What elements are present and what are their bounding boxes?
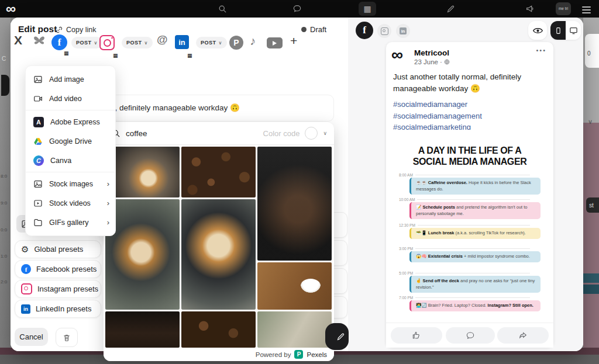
- edit-fab-button[interactable]: [325, 323, 349, 350]
- timeline-time: 5:00 PM: [399, 271, 530, 275]
- preview-tab-instagram[interactable]: [377, 24, 391, 38]
- post-author: Metricool: [414, 48, 449, 57]
- post-date: 23 June ·: [414, 58, 450, 65]
- timeline-card: 🥗📱 Lunch break (a.k.a. scrolling TikTok …: [409, 228, 541, 239]
- menu-item-stock-images[interactable]: Stock images›: [26, 174, 115, 193]
- post-options-button[interactable]: •••: [536, 47, 546, 54]
- background-card-fragment: 0: [585, 34, 599, 68]
- stock-photo-coffee-beans[interactable]: [181, 147, 256, 197]
- linkedin-presets-button[interactable]: in LinkedIn presets: [15, 300, 101, 318]
- network-bluesky[interactable]: [32, 34, 46, 54]
- link-icon: [55, 26, 63, 34]
- network-youtube[interactable]: [267, 37, 283, 57]
- metricool-avatar: ∞: [391, 46, 403, 64]
- delete-post-button[interactable]: [56, 328, 78, 347]
- search-input[interactable]: coffee: [126, 129, 258, 138]
- menu-item-google-drive[interactable]: Google Drive: [26, 131, 115, 151]
- network-pinterest[interactable]: P: [229, 36, 243, 56]
- timeline-card: 👩‍💻🔄 Brain? Fried. Laptop? Closed. Insta…: [409, 300, 541, 311]
- network-linkedin[interactable]: in ▦: [175, 35, 189, 55]
- facebook-post-preview: ∞ Metricool 23 June · ••• Just another t…: [386, 42, 553, 348]
- menu-item-add-image[interactable]: Add image: [26, 70, 115, 89]
- post-text-editor[interactable]: al, definitely manageable workday 🙃: [104, 95, 334, 122]
- preview-tab-facebook[interactable]: f: [356, 22, 373, 39]
- stock-photo-cappuccino-tray[interactable]: [105, 199, 180, 310]
- stock-photo-roasted-beans[interactable]: [181, 311, 256, 348]
- stock-photo-cup-on-table[interactable]: [257, 262, 332, 310]
- timeline-card: 🤞 Send off the deck and pray no one asks…: [409, 276, 541, 293]
- search-icon[interactable]: [216, 3, 228, 15]
- device-toggle: [550, 21, 581, 40]
- stock-photo-latte-art-barista[interactable]: [105, 147, 180, 197]
- metricool-logo-icon: ∞: [6, 1, 16, 17]
- hour-label: 1:0: [1, 254, 7, 259]
- edit-post-modal: Edit post Copy link Draft X f ▦ POST∨ ▦: [11, 18, 583, 351]
- add-network-button[interactable]: +: [290, 34, 297, 54]
- instagram-icon: [21, 283, 32, 294]
- chevron-right-icon: ›: [107, 199, 109, 207]
- stock-images-panel: coffee Color code ∨: [104, 122, 334, 361]
- grid-badge-icon: ▦: [187, 53, 192, 58]
- menu-burger-icon[interactable]: [582, 5, 591, 15]
- post-image-infographic: A DAY IN THE LIFE OF A SOCIAL MEDIA MANA…: [386, 130, 553, 332]
- preview-visibility-button[interactable]: [528, 21, 547, 40]
- copy-link-button[interactable]: Copy link: [55, 26, 96, 34]
- inbox-chat-icon[interactable]: [291, 3, 303, 15]
- network-threads[interactable]: @: [157, 33, 168, 53]
- butterfly-icon: [32, 34, 46, 48]
- instagram-presets-button[interactable]: Instagram presets: [15, 280, 101, 298]
- stock-photo-espresso-machine[interactable]: [105, 311, 180, 348]
- color-code-label: Color code: [263, 129, 300, 138]
- megaphone-icon[interactable]: [524, 3, 536, 15]
- share-button[interactable]: [497, 327, 549, 344]
- timeline-card: 😱🧠 Existential crisis + mild impostor sy…: [409, 251, 541, 262]
- stock-results-grid: [105, 147, 332, 348]
- page-title: Edit post: [18, 24, 57, 34]
- facebook-presets-button[interactable]: f Facebook presets: [15, 260, 101, 278]
- menu-item-canva[interactable]: C Canva: [26, 151, 115, 170]
- emoji: 🥗📱: [416, 230, 427, 235]
- timeline-card: ☕☕ Caffeine overdose. Hope it kicks in b…: [409, 178, 541, 195]
- eye-icon: [533, 26, 543, 36]
- network-x[interactable]: X: [14, 33, 22, 53]
- comment-button[interactable]: [446, 327, 495, 344]
- menu-item-adobe-express[interactable]: A Adobe Express: [26, 112, 115, 131]
- threads-icon: @: [157, 33, 168, 46]
- planner-calendar-icon[interactable]: ▦: [359, 2, 376, 16]
- brand-avatar[interactable]: me tri: [556, 2, 571, 15]
- network-facebook[interactable]: f ▦: [51, 34, 67, 54]
- menu-item-gifs-gallery[interactable]: GIFs gallery›: [26, 213, 115, 232]
- preview-tab-linkedin[interactable]: in: [396, 24, 410, 38]
- stock-photo-dark-pour[interactable]: [257, 147, 332, 261]
- menu-item-stock-videos[interactable]: Stock videos›: [26, 193, 115, 213]
- post-body-text: Just another totally normal, definitely …: [393, 71, 548, 94]
- linkedin-icon: in: [21, 304, 30, 314]
- linkedin-post-type-dropdown[interactable]: POST∨: [196, 37, 227, 48]
- infographic-title-line2: SOCIAL MEDIA MANAGER: [394, 157, 545, 167]
- chevron-down-icon: ∨: [588, 118, 593, 126]
- network-tiktok[interactable]: ♪: [250, 34, 256, 54]
- global-presets-button[interactable]: ⚙ Global presets: [15, 240, 101, 258]
- chevron-right-icon: ›: [107, 218, 109, 227]
- background-pill-fragment: [1, 75, 9, 96]
- facebook-post-type-dropdown[interactable]: POST∨: [71, 37, 102, 48]
- metricool-edit-post-screen: ∞ ▦ me tri C 8:0 9:0 0:0 1:0 2:0 0 ∨ st: [0, 0, 599, 364]
- mobile-view-button[interactable]: [550, 21, 566, 40]
- like-button[interactable]: [391, 327, 442, 344]
- linkedin-icon: in: [175, 35, 189, 49]
- add-media-menu: Add image Add video A Adobe Express Goog…: [25, 65, 116, 236]
- color-code-swatch[interactable]: [305, 127, 318, 140]
- compose-icon[interactable]: [445, 3, 456, 15]
- stock-images-icon: [33, 179, 43, 189]
- stock-search-bar[interactable]: coffee Color code ∨: [104, 122, 334, 145]
- desktop-view-button[interactable]: [566, 21, 581, 40]
- cancel-button[interactable]: Cancel: [15, 328, 48, 346]
- stock-photo-milk-pour[interactable]: [181, 199, 256, 310]
- emoji: 👩‍💻🔄: [416, 303, 427, 308]
- network-instagram[interactable]: ▦: [99, 35, 115, 55]
- menu-item-add-video[interactable]: Add video: [26, 89, 115, 108]
- instagram-post-type-dropdown[interactable]: POST∨: [122, 37, 153, 48]
- chevron-down-icon[interactable]: ∨: [323, 130, 327, 136]
- stock-photo-cafe-scene[interactable]: [257, 311, 332, 348]
- facebook-icon: f: [21, 264, 31, 274]
